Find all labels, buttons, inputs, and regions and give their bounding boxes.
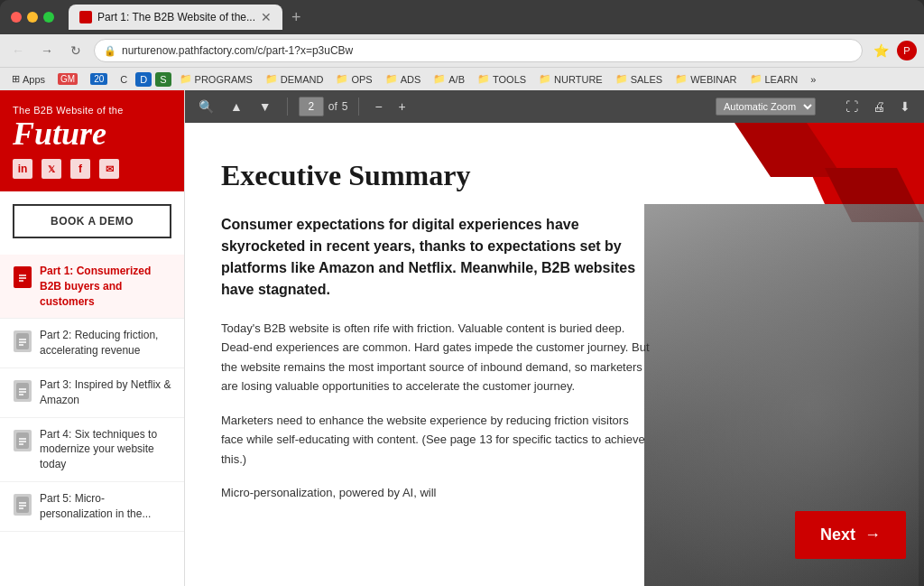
- pdf-zoom-out-button[interactable]: −: [370, 97, 386, 116]
- book-demo-button[interactable]: BOOK A DEMO: [13, 204, 171, 238]
- svg-rect-8: [16, 383, 29, 399]
- bookmark-tools[interactable]: 📁TOOLS: [473, 71, 531, 87]
- sidebar: The B2B Website of the Future in 𝕏 f ✉ B…: [0, 90, 185, 586]
- pdf-prev-button[interactable]: ▲: [226, 97, 247, 116]
- bookmark-gm[interactable]: GM: [53, 71, 82, 87]
- tab-title: Part 1: The B2B Website of the...: [97, 11, 255, 23]
- exec-body-paragraph-2: Marketers need to enhance the website ex…: [221, 411, 651, 469]
- pdf-print-button[interactable]: 🖨: [868, 97, 890, 116]
- bookmark-sales[interactable]: 📁SALES: [611, 71, 667, 87]
- apps-icon: ⊞: [12, 73, 20, 85]
- part4-icon: [13, 429, 32, 452]
- nav-right-controls: ⭐ P: [870, 40, 917, 61]
- email-icon[interactable]: ✉: [99, 159, 119, 179]
- back-button[interactable]: ←: [7, 40, 29, 61]
- sidebar-item-part2[interactable]: Part 2: Reducing friction, accelerating …: [0, 319, 184, 368]
- exec-body-paragraph-3: Micro-personalization, powered by AI, wi…: [221, 483, 651, 502]
- bookmarks-bar: ⊞ Apps GM 20 C D S 📁PROGRAMS 📁DEMAND 📁OP…: [0, 67, 924, 90]
- part3-label: Part 3: Inspired by Netflix & Amazon: [40, 377, 171, 408]
- pdf-icon-inactive: [14, 330, 32, 352]
- part1-icon: [13, 265, 32, 289]
- bookmark-s[interactable]: S: [155, 72, 171, 87]
- sidebar-item-part3[interactable]: Part 3: Inspired by Netflix & Amazon: [0, 368, 184, 418]
- pdf-fullscreen-button[interactable]: ⛶: [841, 97, 863, 116]
- bookmark-c[interactable]: C: [116, 72, 132, 87]
- part5-icon: [13, 493, 32, 516]
- folder-icon-learn: 📁: [750, 73, 762, 85]
- bookmark-apps[interactable]: ⊞ Apps: [7, 71, 50, 87]
- twitter-icon[interactable]: 𝕏: [42, 159, 61, 179]
- browser-window: Part 1: The B2B Website of the... ✕ + ← …: [0, 0, 924, 586]
- folder-icon: 📁: [180, 73, 192, 85]
- tab-close-icon[interactable]: ✕: [261, 10, 272, 24]
- bookmark-ab[interactable]: 📁A/B: [429, 71, 469, 87]
- extensions-icon[interactable]: ⭐: [870, 40, 892, 61]
- traffic-lights: [11, 12, 54, 23]
- pdf-icon-p4: [14, 430, 32, 451]
- pdf-viewer: 🔍 ▲ ▼ of 5 − + Automatic Zoom Actual Siz…: [185, 90, 924, 586]
- bookmark-webinar[interactable]: 📁WEBINAR: [670, 71, 741, 87]
- nav-bar: ← → ↻ 🔒 nurturenow.pathfactory.com/c/par…: [0, 34, 924, 67]
- sidebar-item-part1[interactable]: Part 1: Consumerized B2B buyers and cust…: [0, 255, 184, 319]
- pdf-icon-p3: [14, 380, 32, 402]
- pdf-page-input[interactable]: [299, 97, 324, 116]
- exec-lead-paragraph: Consumer expectations for digital experi…: [221, 214, 651, 301]
- part2-label: Part 2: Reducing friction, accelerating …: [40, 328, 171, 358]
- pdf-page: Executive Summary Consumer expectations …: [185, 123, 924, 586]
- next-button[interactable]: Next →: [795, 511, 906, 559]
- pdf-toolbar: 🔍 ▲ ▼ of 5 − + Automatic Zoom Actual Siz…: [185, 90, 924, 123]
- active-tab[interactable]: Part 1: The B2B Website of the... ✕: [69, 5, 282, 30]
- svg-rect-16: [16, 497, 29, 513]
- folder-icon-ab: 📁: [433, 73, 446, 85]
- pdf-download-button[interactable]: ⬇: [895, 97, 915, 116]
- pdf-page-total: 5: [342, 100, 348, 113]
- profile-icon[interactable]: P: [897, 41, 917, 60]
- linkedin-icon[interactable]: in: [13, 159, 32, 179]
- forward-button[interactable]: →: [36, 40, 58, 61]
- sidebar-item-part4[interactable]: Part 4: Six techniques to modernize your…: [0, 418, 184, 482]
- folder-icon-tools: 📁: [477, 73, 490, 85]
- bookmark-learn[interactable]: 📁LEARN: [745, 71, 803, 87]
- svg-rect-12: [16, 433, 29, 449]
- pdf-icon-active: [14, 266, 32, 288]
- pdf-content-area[interactable]: Executive Summary Consumer expectations …: [185, 123, 924, 586]
- bookmark-nurture[interactable]: 📁NURTURE: [534, 71, 607, 87]
- url-bar[interactable]: 🔒 nurturenow.pathfactory.com/c/part-1?x=…: [94, 39, 863, 62]
- pdf-right-tools: ⛶ 🖨 ⬇: [841, 97, 915, 116]
- bookmark-ops[interactable]: 📁OPS: [331, 71, 376, 87]
- folder-icon-demand: 📁: [265, 73, 278, 85]
- svg-rect-0: [16, 269, 29, 285]
- close-button[interactable]: [11, 12, 22, 23]
- brand-tagline: The B2B Website of the: [13, 105, 171, 116]
- bookmark-more[interactable]: »: [806, 72, 820, 87]
- next-label: Next: [820, 526, 855, 544]
- facebook-icon[interactable]: f: [70, 159, 90, 179]
- part1-label: Part 1: Consumerized B2B buyers and cust…: [40, 264, 171, 309]
- bookmark-ads[interactable]: 📁ADS: [381, 71, 426, 87]
- maximize-button[interactable]: [43, 12, 54, 23]
- pdf-page-of: of: [328, 100, 337, 113]
- url-text: nurturenow.pathfactory.com/c/part-1?x=p3…: [122, 44, 853, 57]
- pdf-zoom-in-button[interactable]: +: [394, 97, 411, 116]
- new-tab-button[interactable]: +: [286, 8, 307, 27]
- reload-button[interactable]: ↻: [65, 40, 87, 61]
- sidebar-nav: Part 1: Consumerized B2B buyers and cust…: [0, 251, 184, 586]
- bookmark-d[interactable]: D: [135, 72, 152, 87]
- brand-name: Future: [13, 117, 171, 150]
- title-bar: Part 1: The B2B Website of the... ✕ +: [0, 0, 924, 34]
- minimize-button[interactable]: [27, 12, 38, 23]
- 20-badge: 20: [90, 73, 107, 85]
- gm-icon: GM: [58, 73, 78, 85]
- pdf-next-button[interactable]: ▼: [254, 97, 276, 116]
- pdf-zoom-select[interactable]: Automatic Zoom Actual Size Fit Page: [716, 98, 816, 116]
- sidebar-header: The B2B Website of the Future in 𝕏 f ✉: [0, 90, 184, 191]
- sidebar-item-part5[interactable]: Part 5: Micro-personalization in the...: [0, 482, 184, 532]
- social-icons-group: in 𝕏 f ✉: [13, 159, 171, 179]
- pdf-search-button[interactable]: 🔍: [194, 97, 218, 116]
- bookmark-programs[interactable]: 📁PROGRAMS: [175, 71, 257, 87]
- pdf-icon-p5: [14, 494, 32, 516]
- folder-icon-ops: 📁: [336, 73, 348, 85]
- bookmark-20[interactable]: 20: [86, 71, 112, 87]
- pdf-text-content: Executive Summary Consumer expectations …: [185, 123, 688, 553]
- bookmark-demand[interactable]: 📁DEMAND: [261, 71, 328, 87]
